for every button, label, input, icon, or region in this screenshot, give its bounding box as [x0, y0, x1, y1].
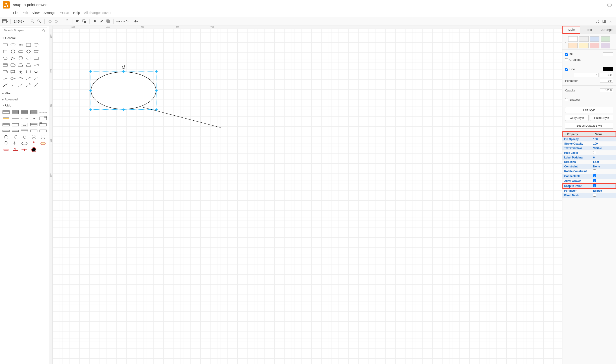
- shape-item[interactable]: [17, 49, 24, 54]
- connector-line[interactable]: [143, 107, 221, 128]
- shape-item[interactable]: [33, 49, 40, 54]
- shape-item[interactable]: [17, 76, 24, 81]
- shape-item[interactable]: [33, 69, 40, 75]
- uml-shape-item[interactable]: [2, 147, 10, 152]
- connection-icon[interactable]: ▾: [116, 18, 122, 24]
- line-color-icon[interactable]: [99, 18, 105, 24]
- shape-item[interactable]: [40, 82, 48, 88]
- uml-shape-item[interactable]: [39, 147, 47, 152]
- color-swatch[interactable]: [579, 36, 589, 42]
- paste-style-button[interactable]: Paste Style: [590, 115, 614, 121]
- shape-item[interactable]: [2, 55, 9, 61]
- tab-arrange[interactable]: Arrange: [598, 26, 616, 34]
- shape-item[interactable]: [40, 62, 48, 68]
- uml-shape-item[interactable]: [20, 134, 29, 140]
- palette-advanced[interactable]: ▶Advanced: [0, 96, 49, 103]
- shape-item[interactable]: [2, 76, 9, 81]
- uml-shape-item[interactable]: [11, 147, 19, 152]
- uml-shape-item[interactable]: [11, 128, 19, 134]
- palette-general[interactable]: ▼General: [0, 35, 49, 41]
- shape-item[interactable]: [10, 55, 17, 61]
- perimeter-input[interactable]: 0 pt: [600, 79, 613, 83]
- shape-item[interactable]: [10, 76, 17, 81]
- format-icon[interactable]: [601, 18, 607, 24]
- menu-file[interactable]: File: [13, 11, 18, 14]
- property-row[interactable]: Connectable: [563, 174, 616, 179]
- copy-style-button[interactable]: Copy Style: [565, 115, 589, 121]
- shadow-icon[interactable]: [105, 18, 111, 24]
- fill-checkbox[interactable]: Fill: [565, 53, 573, 56]
- uml-shape-item[interactable]: [20, 141, 29, 146]
- shape-item[interactable]: [25, 49, 32, 54]
- shape-item[interactable]: [40, 42, 48, 48]
- zoom-out-icon[interactable]: [36, 18, 42, 24]
- uml-shape-item[interactable]: [11, 116, 19, 121]
- uml-shape-item[interactable]: [39, 116, 47, 121]
- shape-item[interactable]: [40, 69, 48, 75]
- uml-shape-item[interactable]: [39, 141, 47, 146]
- property-row[interactable]: Fill Opacity100: [563, 137, 616, 142]
- swatch-next-icon[interactable]: ›: [611, 40, 615, 44]
- shape-item[interactable]: Text: [17, 42, 24, 48]
- shape-item[interactable]: [25, 76, 32, 81]
- uml-shape-item[interactable]: [30, 141, 38, 146]
- insert-icon[interactable]: +▾: [133, 18, 139, 24]
- shape-item[interactable]: [2, 49, 9, 54]
- property-row[interactable]: DirectionEast: [563, 160, 616, 164]
- shape-item[interactable]: [25, 82, 32, 88]
- swatch-prev-icon[interactable]: ‹: [564, 40, 567, 44]
- redo-icon[interactable]: [53, 18, 59, 24]
- palette-uml[interactable]: ▼UML: [0, 103, 49, 108]
- color-swatch[interactable]: [568, 36, 578, 42]
- property-row[interactable]: Hide Label: [563, 150, 616, 155]
- line-color-chip[interactable]: [603, 67, 613, 71]
- uml-shape-item[interactable]: [11, 122, 19, 127]
- shape-item[interactable]: [33, 62, 40, 68]
- menu-view[interactable]: View: [32, 11, 39, 14]
- shape-item[interactable]: [17, 62, 24, 68]
- shape-item[interactable]: [17, 69, 24, 75]
- property-row[interactable]: Label Padding0: [563, 155, 616, 160]
- shape-item[interactable]: [25, 69, 32, 75]
- uml-shape-item[interactable]: + item: attribute: [39, 109, 47, 115]
- shape-item[interactable]: [17, 55, 24, 61]
- language-icon[interactable]: [607, 2, 612, 7]
- uml-shape-item[interactable]: [30, 128, 38, 134]
- shape-item[interactable]: [40, 55, 48, 61]
- property-row[interactable]: Rotate Constraint: [563, 169, 616, 174]
- uml-shape-item[interactable]: [11, 109, 19, 115]
- line-style-select[interactable]: [574, 73, 599, 77]
- palette-misc[interactable]: ▶Misc: [0, 90, 49, 96]
- property-row[interactable]: ConstraintNone: [563, 164, 616, 169]
- menu-edit[interactable]: Edit: [22, 11, 28, 14]
- shape-item[interactable]: [10, 49, 17, 54]
- undo-icon[interactable]: [47, 18, 53, 24]
- zoom-in-icon[interactable]: [30, 18, 35, 24]
- property-row[interactable]: Snap to Point: [563, 183, 616, 188]
- uml-shape-item[interactable]: [2, 128, 10, 134]
- shape-item[interactable]: [25, 42, 32, 48]
- shape-item[interactable]: [25, 55, 32, 61]
- uml-shape-item[interactable]: [11, 134, 19, 140]
- menu-extras[interactable]: Extras: [60, 11, 69, 14]
- edit-style-button[interactable]: Edit Style: [565, 107, 613, 113]
- menu-arrange[interactable]: Arrange: [43, 11, 55, 14]
- shape-item[interactable]: [25, 62, 32, 68]
- uml-shape-item[interactable]: [2, 116, 10, 121]
- shape-item[interactable]: [2, 82, 9, 88]
- property-row[interactable]: PerimeterEllipse: [563, 188, 616, 193]
- waypoints-icon[interactable]: ▾: [123, 18, 129, 24]
- shape-item[interactable]: [17, 82, 24, 88]
- uml-shape-item[interactable]: [39, 134, 47, 140]
- shape-item[interactable]: [40, 76, 48, 81]
- uml-shape-item[interactable]: [20, 109, 29, 115]
- shape-item[interactable]: [2, 69, 9, 75]
- uml-shape-item[interactable]: [30, 147, 38, 152]
- to-front-icon[interactable]: [75, 18, 80, 24]
- color-swatch[interactable]: [579, 43, 589, 48]
- uml-shape-item[interactable]: [20, 116, 29, 121]
- delete-icon[interactable]: [64, 18, 70, 24]
- line-checkbox[interactable]: Line: [565, 67, 575, 71]
- uml-shape-item[interactable]: [20, 147, 29, 152]
- property-row[interactable]: Fixed Dash: [563, 193, 616, 198]
